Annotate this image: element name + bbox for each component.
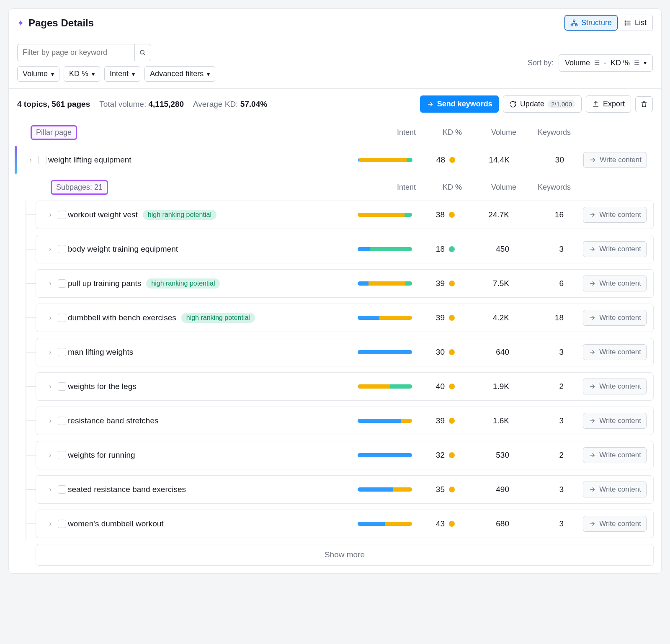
view-structure-button[interactable]: Structure [564,15,618,31]
intent-bar [358,350,412,354]
write-content-button[interactable]: Write content [583,413,647,429]
row-checkbox[interactable] [58,348,66,356]
kd-dot [449,157,455,163]
sort-select[interactable]: Volume ☰ - KD % ☰ ▾ [559,54,653,72]
kd-dot [449,384,455,389]
send-keywords-button[interactable]: Send keywords [420,95,499,113]
row-checkbox[interactable] [58,520,66,528]
total-volume-label: Total volume: [99,100,146,108]
show-more-button[interactable]: Show more [36,544,654,566]
kd-value: 32 [436,451,445,460]
expand-toggle[interactable]: › [43,348,58,356]
subpage-row: ›resistance band stretches391.6K3Write c… [36,407,654,435]
write-content-button[interactable]: Write content [583,241,647,257]
svg-rect-0 [573,20,575,21]
subpage-row: ›dumbbell with bench exerciseshigh ranki… [36,304,654,332]
row-checkbox[interactable] [58,211,66,219]
kd-dot [449,487,455,492]
filter-intent[interactable]: Intent▾ [104,66,140,82]
view-list-button[interactable]: List [618,15,652,31]
expand-toggle[interactable]: › [43,520,58,528]
row-checkbox[interactable] [58,245,66,253]
row-checkbox[interactable] [58,417,66,425]
keywords-value: 3 [513,348,567,357]
subpage-name: resistance band stretches [68,416,159,425]
expand-toggle[interactable]: › [43,451,58,459]
subpage-row: ›man lifting weights306403Write content [36,338,654,366]
write-content-button[interactable]: Write content [583,379,647,394]
expand-toggle[interactable]: › [43,280,58,287]
chevron-down-icon: ▾ [132,71,135,77]
kd-dot [449,418,455,424]
volume-value: 490 [458,485,513,494]
chevron-down-icon: ▾ [51,71,54,77]
volume-value: 450 [458,245,513,254]
keywords-value: 2 [513,382,567,391]
pillar-volume: 14.4K [459,155,513,165]
expand-toggle[interactable]: › [43,417,58,425]
keywords-value: 16 [513,210,567,219]
row-checkbox[interactable] [38,156,46,164]
intent-bar [358,384,412,389]
intent-bar [358,522,412,526]
kd-value: 18 [436,245,445,254]
sort-desc-icon: ☰ [594,59,600,67]
export-button[interactable]: Export [586,95,631,113]
row-checkbox[interactable] [58,485,66,494]
kd-dot [449,521,455,527]
subpage-name: body weight training equipment [68,245,178,254]
keywords-value: 3 [513,245,567,254]
expand-toggle[interactable]: › [23,156,38,164]
kd-value: 39 [436,416,445,425]
keywords-value: 2 [513,451,567,460]
row-checkbox[interactable] [58,451,66,459]
write-content-button[interactable]: Write content [583,447,647,463]
row-checkbox[interactable] [58,314,66,322]
page-title: Pages Details [28,17,94,29]
write-content-button[interactable]: Write content [583,482,647,497]
kd-value: 35 [436,485,445,494]
filter-volume[interactable]: Volume▾ [17,66,59,82]
subpages-section-head: Subpages: 21 Intent KD % Volume Keywords [9,174,661,201]
volume-value: 24.7K [458,210,513,219]
write-content-button[interactable]: Write content [583,516,647,532]
view-list-label: List [635,18,647,27]
expand-toggle[interactable]: › [43,486,58,493]
write-content-button[interactable]: Write content [583,344,647,360]
volume-value: 530 [458,451,513,460]
pillar-name: weight lifting equipment [48,155,131,165]
update-count: 2/1,000 [548,100,575,108]
subpage-name: women's dumbbell workout [68,519,164,528]
row-checkbox[interactable] [58,279,66,288]
pillar-row: › weight lifting equipment 48 14.4K 30 W… [16,146,654,174]
kd-dot [449,315,455,321]
filter-advanced[interactable]: Advanced filters▾ [144,66,215,82]
volume-value: 7.5K [458,279,513,288]
update-button[interactable]: Update 2/1,000 [503,95,582,113]
filter-kd[interactable]: KD %▾ [64,66,100,82]
col-intent: Intent [340,128,419,137]
subpage-row: ›pull up training pantshigh ranking pote… [36,269,654,298]
keywords-value: 6 [513,279,567,288]
write-content-button[interactable]: Write content [583,276,647,291]
kd-dot [449,246,455,252]
expand-toggle[interactable]: › [43,383,58,390]
expand-toggle[interactable]: › [43,245,58,253]
expand-toggle[interactable]: › [43,314,58,322]
write-content-button[interactable]: Write content [583,152,647,168]
pillar-section-head: Pillar page Intent KD % Volume Keywords [9,119,661,146]
row-checkbox[interactable] [58,382,66,391]
subpage-row: ›workout weight vesthigh ranking potenti… [36,201,654,229]
svg-point-7 [625,23,626,23]
pillar-page-label: Pillar page [31,125,77,140]
kd-value: 39 [436,313,445,322]
write-content-button[interactable]: Write content [583,310,647,326]
export-icon [592,100,600,108]
list-icon [624,19,631,27]
kd-value: 38 [436,210,445,219]
delete-button[interactable] [635,96,653,112]
write-content-button[interactable]: Write content [583,207,647,223]
search-input[interactable] [17,44,134,61]
search-button[interactable] [134,44,151,61]
expand-toggle[interactable]: › [43,211,58,219]
